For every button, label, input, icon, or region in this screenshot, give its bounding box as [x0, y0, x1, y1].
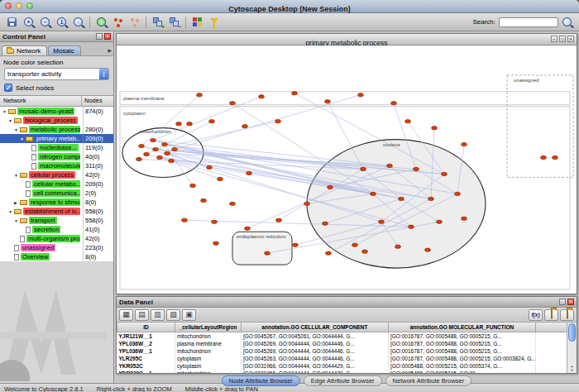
- network-node[interactable]: [442, 172, 447, 175]
- column-header-annotation-go-molecular-function[interactable]: annotation.GO MOLECULAR_FUNCTION: [389, 323, 536, 332]
- column-header-annotation-go-cellular-component[interactable]: annotation.GO CELLULAR_COMPONENT: [242, 323, 389, 332]
- filter-icon[interactable]: [206, 15, 222, 30]
- network-node[interactable]: [246, 171, 252, 174]
- network-node[interactable]: [462, 142, 467, 146]
- vizmapper-icon[interactable]: [189, 15, 205, 30]
- network-node[interactable]: [275, 120, 281, 123]
- network-node[interactable]: [428, 197, 434, 200]
- network-node[interactable]: [455, 192, 461, 195]
- network-node[interactable]: [437, 220, 443, 223]
- network-node[interactable]: [242, 124, 248, 127]
- network-node[interactable]: [265, 251, 270, 255]
- tree-item-mosaic-demo-yeast[interactable]: ▼mosaic-demo-yeast874(0): [0, 107, 113, 116]
- tree-item-primary-metab[interactable]: ▼primary metab...209(0): [0, 134, 113, 143]
- tree-item-cellular-process[interactable]: ▼cellular process42(0): [0, 170, 113, 179]
- network-node[interactable]: [172, 147, 178, 151]
- network-view-titlebar[interactable]: primary metabolic process: [117, 34, 577, 45]
- network-node[interactable]: [409, 225, 414, 228]
- import-attributes-icon[interactable]: [544, 309, 558, 321]
- expand-arrow-icon[interactable]: ▼: [14, 127, 20, 132]
- close-frame-icon[interactable]: [567, 36, 574, 42]
- open-attribute-file-icon[interactable]: [560, 309, 574, 321]
- network-node[interactable]: [276, 218, 282, 222]
- scrollbar-arrows[interactable]: ▲▼: [567, 364, 577, 372]
- network-node[interactable]: [362, 250, 368, 253]
- tree-item-nitrogen-compo[interactable]: nitrogen compo...40(0): [0, 152, 113, 161]
- network-node[interactable]: [323, 222, 328, 225]
- network-node[interactable]: [136, 157, 142, 160]
- network-node[interactable]: [209, 120, 215, 123]
- color-attribute-select[interactable]: transporter activity ▲▼: [4, 68, 109, 80]
- zoom-in-icon[interactable]: [21, 15, 36, 30]
- network-node[interactable]: [425, 248, 431, 251]
- tree-item-secretion[interactable]: secretion41(0): [0, 225, 113, 234]
- network-node[interactable]: [162, 142, 168, 146]
- zoom-window-button[interactable]: [26, 2, 33, 9]
- network-node[interactable]: [187, 122, 193, 125]
- tree-item-cell-communica[interactable]: cell communica...2(0): [0, 189, 113, 198]
- table-row[interactable]: YKR052Ccytoplasm[GO:0031966, GO:0044444,…: [117, 362, 567, 370]
- select-first-neighbors-icon[interactable]: [110, 15, 126, 30]
- zoom-fit-icon[interactable]: [70, 15, 86, 30]
- tree-item-establishment-of-lo[interactable]: ▼establishment of lo...558(0): [0, 207, 113, 216]
- minimize-window-button[interactable]: [16, 2, 22, 9]
- expand-arrow-icon[interactable]: ▶: [14, 200, 20, 205]
- zoom-actual-icon[interactable]: [54, 15, 69, 30]
- network-node[interactable]: [292, 92, 298, 95]
- network-node[interactable]: [399, 197, 404, 200]
- network-node[interactable]: [151, 138, 156, 141]
- zoom-out-icon[interactable]: [37, 15, 53, 30]
- expand-arrow-icon[interactable]: ▼: [2, 109, 8, 114]
- network-node[interactable]: [352, 243, 358, 246]
- tree-item-multi-organism-pro[interactable]: multi-organism pro...42(0): [0, 234, 113, 243]
- network-node[interactable]: [190, 184, 196, 187]
- tab-scroll-icon[interactable]: ▶: [108, 47, 112, 53]
- network-node[interactable]: [293, 243, 299, 246]
- network-node[interactable]: [391, 102, 397, 105]
- expand-arrow-icon[interactable]: ▼: [8, 209, 14, 214]
- network-node[interactable]: [541, 155, 547, 159]
- table-row[interactable]: YJR121W__1mitochondrion[GO:0045267, GO:0…: [117, 332, 567, 341]
- network-canvas[interactable]: plasma membranecytoplasmnucleusmitochond…: [117, 45, 577, 294]
- network-node[interactable]: [259, 95, 265, 98]
- network-node[interactable]: [213, 241, 219, 245]
- network-node[interactable]: [358, 93, 364, 97]
- network-node[interactable]: [328, 185, 333, 189]
- table-row[interactable]: YLR295Ccytoplasm[GO:0045263, GO:0044444,…: [117, 355, 567, 362]
- float-panel-icon[interactable]: [96, 33, 103, 40]
- network-node[interactable]: [553, 155, 558, 159]
- column-header-cellularlayoutregion[interactable]: _cellularLayoutRegion: [175, 323, 242, 332]
- network-node[interactable]: [387, 164, 393, 167]
- combo-spinner-icon[interactable]: ▲▼: [99, 69, 108, 79]
- tree-item-unassigned[interactable]: unassigned223(0): [0, 243, 113, 252]
- network-node[interactable]: [218, 177, 223, 180]
- network-node[interactable]: [182, 218, 188, 222]
- network-node[interactable]: [414, 167, 419, 170]
- delete-attribute-icon[interactable]: ▥: [151, 309, 165, 321]
- create-attribute-icon[interactable]: ▤: [135, 309, 149, 321]
- attribute-select-icon[interactable]: ▦: [119, 309, 133, 321]
- network-node[interactable]: [212, 220, 218, 223]
- table-scrollbar[interactable]: ▲▼: [567, 323, 577, 373]
- expand-arrow-icon[interactable]: ▼: [14, 173, 20, 178]
- table-row[interactable]: YPL036W__1mitochondrion[GO:0045269, GO:0…: [117, 347, 567, 355]
- tree-item-cellular-metabo[interactable]: cellular metabo...209(0): [0, 179, 113, 189]
- close-panel-icon[interactable]: ×: [567, 299, 574, 305]
- network-node[interactable]: [462, 217, 467, 220]
- select-nodes-checkbox[interactable]: ✓: [4, 84, 12, 92]
- expand-arrow-icon[interactable]: ▼: [14, 218, 20, 223]
- network-node[interactable]: [197, 93, 203, 97]
- network-node[interactable]: [326, 251, 332, 255]
- table-row[interactable]: YDR039C__1mitochondrion[GO:0031966, GO:0…: [117, 370, 567, 373]
- network-node[interactable]: [304, 202, 310, 205]
- expand-arrow-icon[interactable]: ▼: [20, 136, 26, 141]
- tree-item-response-to-stimu[interactable]: ▶response to stimu...8(0): [0, 198, 113, 207]
- network-node[interactable]: [325, 100, 331, 103]
- maximize-frame-icon[interactable]: [559, 36, 566, 42]
- tree-item-transport[interactable]: ▼transport558(0): [0, 216, 113, 225]
- network-node[interactable]: [405, 120, 411, 123]
- network-node[interactable]: [432, 126, 438, 129]
- close-window-button[interactable]: [5, 2, 12, 9]
- network-node[interactable]: [165, 151, 170, 155]
- save-icon[interactable]: [4, 15, 20, 30]
